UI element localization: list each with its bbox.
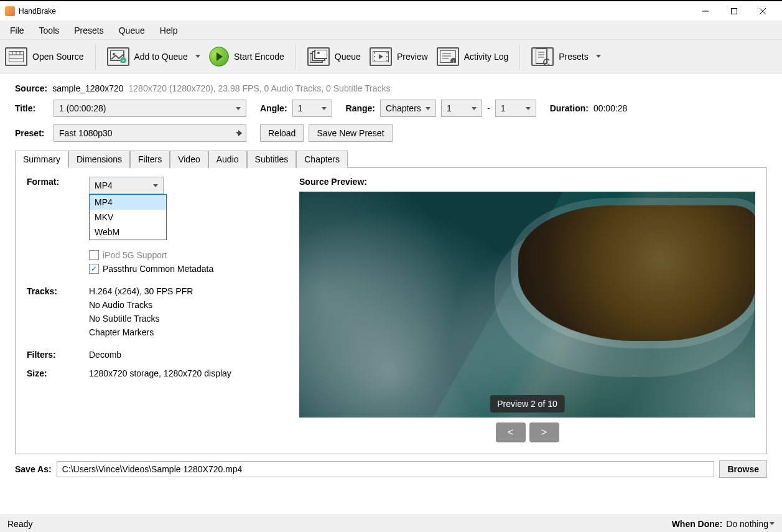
svg-point-22 <box>374 60 375 61</box>
format-select[interactable]: MP4 <box>89 177 164 194</box>
start-encode-label: Start Encode <box>234 52 284 62</box>
add-to-queue-button[interactable]: + Add to Queue <box>107 47 200 66</box>
browse-button[interactable]: Browse <box>719 460 767 478</box>
menubar: File Tools Presets Queue Help <box>0 21 782 40</box>
angle-label: Angle: <box>260 103 287 113</box>
range-label: Range: <box>346 103 375 113</box>
save-as-input[interactable] <box>57 461 715 477</box>
menu-tools[interactable]: Tools <box>32 23 67 38</box>
tab-filters[interactable]: Filters <box>130 151 170 168</box>
save-new-preset-button[interactable]: Save New Preset <box>309 124 392 142</box>
save-as-label: Save As: <box>15 464 52 474</box>
angle-value: 1 <box>298 103 303 113</box>
tab-chapters[interactable]: Chapters <box>296 151 348 168</box>
chevron-down-icon[interactable] <box>596 55 601 58</box>
app-title: HandBrake <box>19 7 56 16</box>
start-encode-button[interactable]: Start Encode <box>209 47 284 67</box>
preview-image[interactable]: Preview 2 of 10 <box>299 192 755 418</box>
title-value: 1 (00:00:28) <box>59 103 106 113</box>
tab-video[interactable]: Video <box>170 151 208 168</box>
tracks-label: Tracks: <box>27 286 89 296</box>
checkbox-box <box>89 250 99 260</box>
menu-help[interactable]: Help <box>152 23 185 38</box>
preset-combo[interactable]: Fast 1080p30 <box>54 124 246 142</box>
source-info: 1280x720 (1280x720), 23.98 FPS, 0 Audio … <box>129 83 391 93</box>
queue-button[interactable]: Queue <box>307 47 361 66</box>
preset-label: Preset: <box>15 128 49 138</box>
queue-label: Queue <box>335 52 361 62</box>
preview-icon <box>370 47 392 66</box>
tracks-line: No Audio Tracks <box>89 300 193 310</box>
preview-nav: < > <box>299 422 755 442</box>
tab-subtitles[interactable]: Subtitles <box>247 151 297 168</box>
format-option-mkv[interactable]: MKV <box>90 210 166 225</box>
app-icon <box>5 6 15 16</box>
range-type-select[interactable]: Chapters <box>380 100 436 117</box>
filters-label: Filters: <box>27 350 89 360</box>
svg-point-20 <box>374 52 375 54</box>
summary-panel: Format: MP4 MP4 MKV WebM <box>27 177 288 442</box>
range-to-select[interactable]: 1 <box>495 100 536 117</box>
source-name: sample_1280x720 <box>52 83 123 93</box>
ipod-support-checkbox[interactable]: iPod 5G Support <box>89 250 213 260</box>
tab-dimensions[interactable]: Dimensions <box>68 151 130 168</box>
when-done-value[interactable]: Do nothing <box>726 519 768 529</box>
preview-prev-button[interactable]: < <box>496 422 526 442</box>
preview-label: Preview <box>397 52 428 62</box>
menu-presets[interactable]: Presets <box>67 23 111 38</box>
image-add-icon: + <box>107 47 129 66</box>
tab-body: Format: MP4 MP4 MKV WebM <box>15 168 767 454</box>
toolbar-separator <box>95 44 96 69</box>
tabs: Summary Dimensions Filters Video Audio S… <box>15 151 767 168</box>
preview-label: Source Preview: <box>299 177 755 187</box>
open-source-label: Open Source <box>32 52 84 62</box>
passthru-metadata-checkbox[interactable]: ✓ Passthru Common Metadata <box>89 264 213 274</box>
chevron-down-icon[interactable] <box>195 55 200 58</box>
svg-point-25 <box>386 60 388 61</box>
maximize-button[interactable] <box>720 1 748 21</box>
add-to-queue-label: Add to Queue <box>134 52 188 62</box>
svg-point-17 <box>317 52 320 54</box>
angle-select[interactable]: 1 <box>292 100 332 117</box>
chevron-down-icon[interactable] <box>770 522 775 525</box>
browse-label: Browse <box>727 464 759 474</box>
passthru-metadata-label: Passthru Common Metadata <box>103 264 213 274</box>
statusbar: Ready When Done: Do nothing <box>0 515 782 532</box>
svg-text:+: + <box>121 58 124 63</box>
preview-button[interactable]: Preview <box>370 47 428 66</box>
menu-queue[interactable]: Queue <box>111 23 152 38</box>
format-label: Format: <box>27 177 89 187</box>
reload-label: Reload <box>268 128 296 138</box>
presets-button[interactable]: Presets <box>531 47 600 66</box>
menu-file[interactable]: File <box>2 23 32 38</box>
range-type-value: Chapters <box>386 103 421 113</box>
chevron-right-icon <box>238 130 242 136</box>
tab-summary[interactable]: Summary <box>15 151 68 168</box>
range-to-value: 1 <box>501 103 506 113</box>
svg-rect-32 <box>536 49 547 63</box>
format-value: MP4 <box>95 180 113 190</box>
log-icon: i <box>437 47 459 66</box>
duration-value: 00:00:28 <box>593 103 628 113</box>
preset-row: Preset: Fast 1080p30 Reload Save New Pre… <box>15 124 767 142</box>
when-done-label: When Done: <box>672 519 723 529</box>
minimize-button[interactable] <box>691 1 720 21</box>
close-button[interactable] <box>748 1 777 21</box>
reload-button[interactable]: Reload <box>260 124 304 142</box>
size-label: Size: <box>27 368 89 378</box>
range-from-value: 1 <box>447 103 452 113</box>
preview-next-button[interactable]: > <box>529 422 559 442</box>
title-row: Title: 1 (00:00:28) Angle: 1 Range: Chap… <box>15 100 767 117</box>
activity-log-button[interactable]: i Activity Log <box>437 47 509 66</box>
tracks-line: H.264 (x264), 30 FPS PFR <box>89 286 193 296</box>
presets-label: Presets <box>559 52 588 62</box>
tab-audio[interactable]: Audio <box>208 151 247 168</box>
preview-panel: Source Preview: Preview 2 of 10 < > <box>299 177 755 442</box>
play-icon <box>209 47 229 67</box>
format-option-mp4[interactable]: MP4 <box>90 195 166 210</box>
range-from-select[interactable]: 1 <box>441 100 482 117</box>
format-option-webm[interactable]: WebM <box>90 225 166 240</box>
duration-label: Duration: <box>550 103 589 113</box>
title-select[interactable]: 1 (00:00:28) <box>54 100 246 117</box>
open-source-button[interactable]: Open Source <box>5 47 84 66</box>
